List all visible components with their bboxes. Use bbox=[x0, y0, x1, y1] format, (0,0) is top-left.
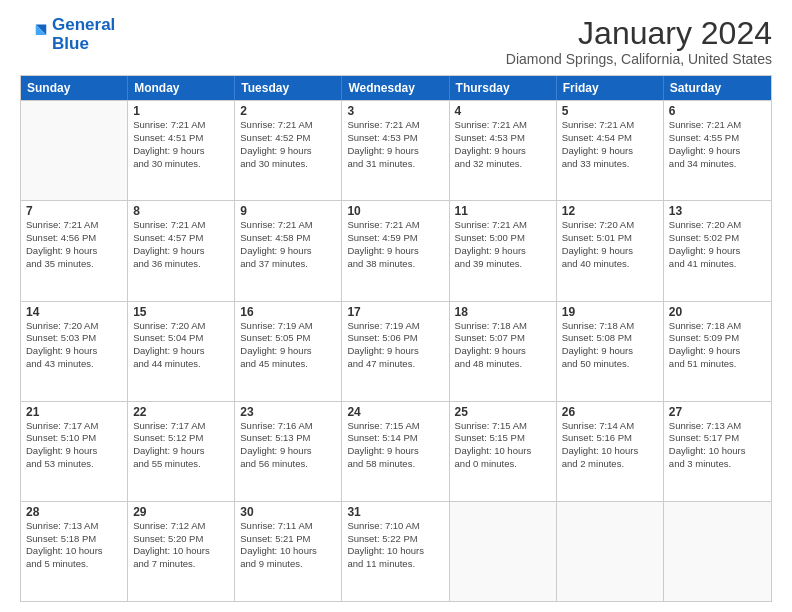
day-number: 28 bbox=[26, 505, 122, 519]
day-info: Sunrise: 7:19 AMSunset: 5:06 PMDaylight:… bbox=[347, 320, 443, 371]
logo: General Blue bbox=[20, 16, 115, 53]
day-info: Sunrise: 7:21 AMSunset: 4:56 PMDaylight:… bbox=[26, 219, 122, 270]
day-info: Sunrise: 7:21 AMSunset: 5:00 PMDaylight:… bbox=[455, 219, 551, 270]
calendar-cell: 17Sunrise: 7:19 AMSunset: 5:06 PMDayligh… bbox=[342, 302, 449, 401]
day-info: Sunrise: 7:16 AMSunset: 5:13 PMDaylight:… bbox=[240, 420, 336, 471]
day-info: Sunrise: 7:11 AMSunset: 5:21 PMDaylight:… bbox=[240, 520, 336, 571]
day-number: 12 bbox=[562, 204, 658, 218]
day-info: Sunrise: 7:21 AMSunset: 4:53 PMDaylight:… bbox=[455, 119, 551, 170]
calendar-cell: 14Sunrise: 7:20 AMSunset: 5:03 PMDayligh… bbox=[21, 302, 128, 401]
calendar-cell: 29Sunrise: 7:12 AMSunset: 5:20 PMDayligh… bbox=[128, 502, 235, 601]
calendar-cell bbox=[664, 502, 771, 601]
day-info: Sunrise: 7:20 AMSunset: 5:04 PMDaylight:… bbox=[133, 320, 229, 371]
day-number: 13 bbox=[669, 204, 766, 218]
header: General Blue January 2024 Diamond Spring… bbox=[20, 16, 772, 67]
day-number: 10 bbox=[347, 204, 443, 218]
header-day-monday: Monday bbox=[128, 76, 235, 100]
day-info: Sunrise: 7:10 AMSunset: 5:22 PMDaylight:… bbox=[347, 520, 443, 571]
calendar: SundayMondayTuesdayWednesdayThursdayFrid… bbox=[20, 75, 772, 602]
calendar-cell: 12Sunrise: 7:20 AMSunset: 5:01 PMDayligh… bbox=[557, 201, 664, 300]
day-info: Sunrise: 7:20 AMSunset: 5:03 PMDaylight:… bbox=[26, 320, 122, 371]
calendar-header: SundayMondayTuesdayWednesdayThursdayFrid… bbox=[21, 76, 771, 100]
day-info: Sunrise: 7:12 AMSunset: 5:20 PMDaylight:… bbox=[133, 520, 229, 571]
calendar-cell: 4Sunrise: 7:21 AMSunset: 4:53 PMDaylight… bbox=[450, 101, 557, 200]
calendar-cell bbox=[21, 101, 128, 200]
calendar-row: 1Sunrise: 7:21 AMSunset: 4:51 PMDaylight… bbox=[21, 100, 771, 200]
day-info: Sunrise: 7:21 AMSunset: 4:59 PMDaylight:… bbox=[347, 219, 443, 270]
day-info: Sunrise: 7:15 AMSunset: 5:14 PMDaylight:… bbox=[347, 420, 443, 471]
calendar-row: 14Sunrise: 7:20 AMSunset: 5:03 PMDayligh… bbox=[21, 301, 771, 401]
day-info: Sunrise: 7:21 AMSunset: 4:58 PMDaylight:… bbox=[240, 219, 336, 270]
day-number: 11 bbox=[455, 204, 551, 218]
day-info: Sunrise: 7:13 AMSunset: 5:18 PMDaylight:… bbox=[26, 520, 122, 571]
day-number: 29 bbox=[133, 505, 229, 519]
day-number: 4 bbox=[455, 104, 551, 118]
header-day-wednesday: Wednesday bbox=[342, 76, 449, 100]
calendar-cell: 18Sunrise: 7:18 AMSunset: 5:07 PMDayligh… bbox=[450, 302, 557, 401]
calendar-cell: 16Sunrise: 7:19 AMSunset: 5:05 PMDayligh… bbox=[235, 302, 342, 401]
calendar-cell: 28Sunrise: 7:13 AMSunset: 5:18 PMDayligh… bbox=[21, 502, 128, 601]
day-number: 31 bbox=[347, 505, 443, 519]
day-info: Sunrise: 7:17 AMSunset: 5:10 PMDaylight:… bbox=[26, 420, 122, 471]
calendar-cell: 25Sunrise: 7:15 AMSunset: 5:15 PMDayligh… bbox=[450, 402, 557, 501]
calendar-cell: 6Sunrise: 7:21 AMSunset: 4:55 PMDaylight… bbox=[664, 101, 771, 200]
day-number: 20 bbox=[669, 305, 766, 319]
calendar-row: 28Sunrise: 7:13 AMSunset: 5:18 PMDayligh… bbox=[21, 501, 771, 601]
logo-icon bbox=[20, 21, 48, 49]
day-info: Sunrise: 7:20 AMSunset: 5:02 PMDaylight:… bbox=[669, 219, 766, 270]
calendar-cell: 7Sunrise: 7:21 AMSunset: 4:56 PMDaylight… bbox=[21, 201, 128, 300]
calendar-cell: 26Sunrise: 7:14 AMSunset: 5:16 PMDayligh… bbox=[557, 402, 664, 501]
day-number: 5 bbox=[562, 104, 658, 118]
day-number: 24 bbox=[347, 405, 443, 419]
day-info: Sunrise: 7:13 AMSunset: 5:17 PMDaylight:… bbox=[669, 420, 766, 471]
calendar-cell: 20Sunrise: 7:18 AMSunset: 5:09 PMDayligh… bbox=[664, 302, 771, 401]
calendar-cell: 8Sunrise: 7:21 AMSunset: 4:57 PMDaylight… bbox=[128, 201, 235, 300]
calendar-cell: 2Sunrise: 7:21 AMSunset: 4:52 PMDaylight… bbox=[235, 101, 342, 200]
calendar-cell: 24Sunrise: 7:15 AMSunset: 5:14 PMDayligh… bbox=[342, 402, 449, 501]
calendar-body: 1Sunrise: 7:21 AMSunset: 4:51 PMDaylight… bbox=[21, 100, 771, 601]
day-number: 30 bbox=[240, 505, 336, 519]
calendar-cell: 19Sunrise: 7:18 AMSunset: 5:08 PMDayligh… bbox=[557, 302, 664, 401]
day-number: 19 bbox=[562, 305, 658, 319]
day-info: Sunrise: 7:21 AMSunset: 4:55 PMDaylight:… bbox=[669, 119, 766, 170]
day-number: 7 bbox=[26, 204, 122, 218]
day-number: 18 bbox=[455, 305, 551, 319]
location: Diamond Springs, California, United Stat… bbox=[506, 51, 772, 67]
day-info: Sunrise: 7:21 AMSunset: 4:54 PMDaylight:… bbox=[562, 119, 658, 170]
day-number: 15 bbox=[133, 305, 229, 319]
day-info: Sunrise: 7:17 AMSunset: 5:12 PMDaylight:… bbox=[133, 420, 229, 471]
calendar-cell: 30Sunrise: 7:11 AMSunset: 5:21 PMDayligh… bbox=[235, 502, 342, 601]
day-number: 3 bbox=[347, 104, 443, 118]
calendar-cell: 9Sunrise: 7:21 AMSunset: 4:58 PMDaylight… bbox=[235, 201, 342, 300]
day-number: 21 bbox=[26, 405, 122, 419]
header-day-sunday: Sunday bbox=[21, 76, 128, 100]
header-day-thursday: Thursday bbox=[450, 76, 557, 100]
day-info: Sunrise: 7:15 AMSunset: 5:15 PMDaylight:… bbox=[455, 420, 551, 471]
day-info: Sunrise: 7:18 AMSunset: 5:07 PMDaylight:… bbox=[455, 320, 551, 371]
day-number: 22 bbox=[133, 405, 229, 419]
calendar-cell: 11Sunrise: 7:21 AMSunset: 5:00 PMDayligh… bbox=[450, 201, 557, 300]
header-day-saturday: Saturday bbox=[664, 76, 771, 100]
day-info: Sunrise: 7:18 AMSunset: 5:09 PMDaylight:… bbox=[669, 320, 766, 371]
day-number: 1 bbox=[133, 104, 229, 118]
calendar-cell bbox=[557, 502, 664, 601]
day-info: Sunrise: 7:21 AMSunset: 4:57 PMDaylight:… bbox=[133, 219, 229, 270]
header-day-friday: Friday bbox=[557, 76, 664, 100]
calendar-cell: 5Sunrise: 7:21 AMSunset: 4:54 PMDaylight… bbox=[557, 101, 664, 200]
day-number: 9 bbox=[240, 204, 336, 218]
calendar-cell bbox=[450, 502, 557, 601]
month-year: January 2024 bbox=[506, 16, 772, 51]
day-info: Sunrise: 7:20 AMSunset: 5:01 PMDaylight:… bbox=[562, 219, 658, 270]
calendar-cell: 13Sunrise: 7:20 AMSunset: 5:02 PMDayligh… bbox=[664, 201, 771, 300]
title-block: January 2024 Diamond Springs, California… bbox=[506, 16, 772, 67]
header-day-tuesday: Tuesday bbox=[235, 76, 342, 100]
calendar-cell: 3Sunrise: 7:21 AMSunset: 4:53 PMDaylight… bbox=[342, 101, 449, 200]
day-number: 6 bbox=[669, 104, 766, 118]
calendar-cell: 21Sunrise: 7:17 AMSunset: 5:10 PMDayligh… bbox=[21, 402, 128, 501]
calendar-cell: 10Sunrise: 7:21 AMSunset: 4:59 PMDayligh… bbox=[342, 201, 449, 300]
day-number: 2 bbox=[240, 104, 336, 118]
day-number: 23 bbox=[240, 405, 336, 419]
day-info: Sunrise: 7:21 AMSunset: 4:52 PMDaylight:… bbox=[240, 119, 336, 170]
day-info: Sunrise: 7:19 AMSunset: 5:05 PMDaylight:… bbox=[240, 320, 336, 371]
day-number: 8 bbox=[133, 204, 229, 218]
